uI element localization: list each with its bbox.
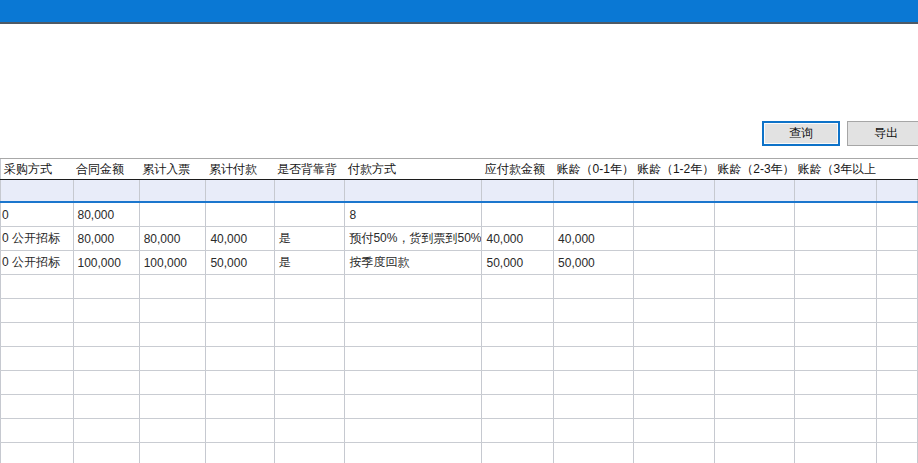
grid-cell[interactable] — [482, 323, 554, 347]
grid-cell[interactable] — [1, 443, 74, 463]
grid-cell[interactable] — [482, 395, 554, 419]
grid-cell[interactable] — [274, 202, 345, 227]
grid-cell[interactable] — [139, 347, 206, 371]
grid-cell[interactable] — [73, 395, 139, 419]
grid-cell[interactable] — [139, 323, 206, 347]
grid-cell[interactable] — [206, 275, 274, 299]
grid-cell[interactable] — [714, 395, 794, 419]
grid-cell[interactable] — [554, 443, 634, 463]
grid-cell[interactable] — [345, 395, 482, 419]
grid-cell[interactable] — [345, 419, 482, 443]
grid-header-cell[interactable]: 采购方式 — [1, 159, 74, 180]
grid-cell[interactable] — [795, 275, 877, 299]
grid-cell[interactable]: 是 — [274, 227, 345, 251]
grid-cell[interactable] — [1, 275, 74, 299]
grid-cell[interactable] — [345, 323, 482, 347]
grid-cell[interactable]: 80,000 — [139, 227, 206, 251]
grid-header-cell[interactable]: 累计入票 — [139, 159, 206, 180]
grid-cell[interactable] — [206, 323, 274, 347]
grid-cell[interactable] — [554, 202, 634, 227]
grid-cell[interactable] — [1, 347, 74, 371]
grid-cell[interactable]: 80,000 — [73, 227, 139, 251]
grid-cell[interactable] — [206, 202, 274, 227]
grid-cell[interactable] — [876, 180, 917, 203]
grid-cell[interactable] — [73, 299, 139, 323]
grid-cell[interactable] — [714, 227, 794, 251]
grid-cell[interactable] — [482, 347, 554, 371]
grid-cell[interactable]: 预付50%，货到票到50% — [345, 227, 482, 251]
grid-cell[interactable]: 40,000 — [482, 227, 554, 251]
grid-cell[interactable] — [139, 299, 206, 323]
grid-cell[interactable] — [634, 347, 714, 371]
grid-cell[interactable] — [876, 275, 917, 299]
grid-cell[interactable] — [714, 419, 794, 443]
grid-cell[interactable] — [795, 323, 877, 347]
window-titlebar[interactable] — [0, 0, 918, 22]
grid-cell[interactable]: 40,000 — [554, 227, 634, 251]
grid-cell[interactable] — [554, 275, 634, 299]
grid-cell[interactable] — [876, 347, 917, 371]
grid-cell[interactable] — [714, 202, 794, 227]
grid-cell[interactable] — [206, 180, 274, 203]
grid-cell[interactable] — [714, 347, 794, 371]
grid-cell[interactable] — [876, 323, 917, 347]
grid-cell[interactable] — [482, 275, 554, 299]
grid-header-cell[interactable]: 账龄（1-2年） — [634, 159, 714, 180]
grid-cell[interactable] — [876, 299, 917, 323]
grid-cell[interactable] — [139, 443, 206, 463]
grid-cell[interactable] — [139, 180, 206, 203]
query-button[interactable]: 查询 — [762, 121, 840, 146]
grid-cell[interactable] — [274, 275, 345, 299]
grid-cell[interactable]: 0 — [1, 202, 74, 227]
grid-cell[interactable] — [795, 180, 877, 203]
grid-cell[interactable] — [73, 275, 139, 299]
grid-header-cell[interactable]: 账龄（3年以上 — [795, 159, 877, 180]
grid-cell[interactable] — [482, 419, 554, 443]
grid-cell[interactable] — [554, 371, 634, 395]
grid-cell[interactable] — [795, 395, 877, 419]
grid-cell[interactable]: 100,000 — [139, 251, 206, 275]
grid-cell[interactable] — [274, 299, 345, 323]
grid-cell[interactable] — [345, 347, 482, 371]
grid-cell[interactable] — [1, 180, 74, 203]
grid-cell[interactable] — [795, 299, 877, 323]
grid-cell[interactable] — [345, 180, 482, 203]
grid-cell[interactable]: 80,000 — [73, 202, 139, 227]
grid-cell[interactable] — [634, 251, 714, 275]
grid-cell[interactable]: 100,000 — [73, 251, 139, 275]
grid-cell[interactable] — [482, 371, 554, 395]
grid-cell[interactable] — [714, 180, 794, 203]
grid-cell[interactable] — [795, 419, 877, 443]
grid-cell[interactable] — [634, 323, 714, 347]
grid-cell[interactable] — [345, 299, 482, 323]
grid-cell[interactable] — [554, 323, 634, 347]
grid-cell[interactable] — [876, 251, 917, 275]
grid-cell[interactable] — [345, 275, 482, 299]
grid-cell[interactable] — [554, 299, 634, 323]
grid-cell[interactable] — [634, 275, 714, 299]
grid-cell[interactable] — [554, 347, 634, 371]
grid-cell[interactable] — [73, 371, 139, 395]
grid-cell[interactable] — [73, 443, 139, 463]
grid-cell[interactable] — [714, 323, 794, 347]
grid-cell[interactable]: 40,000 — [206, 227, 274, 251]
grid-cell[interactable] — [876, 395, 917, 419]
grid-cell[interactable] — [1, 371, 74, 395]
grid-cell[interactable]: 50,000 — [206, 251, 274, 275]
grid-cell[interactable] — [1, 299, 74, 323]
grid-header-cell[interactable] — [876, 159, 917, 180]
grid-cell[interactable] — [274, 347, 345, 371]
grid-cell[interactable] — [634, 299, 714, 323]
grid-cell[interactable] — [554, 180, 634, 203]
grid-cell[interactable] — [634, 202, 714, 227]
grid-cell[interactable] — [795, 443, 877, 463]
grid-cell[interactable] — [714, 371, 794, 395]
grid-cell[interactable] — [73, 419, 139, 443]
grid-header-cell[interactable]: 累计付款 — [206, 159, 274, 180]
grid-header-cell[interactable]: 付款方式 — [345, 159, 482, 180]
grid-cell[interactable] — [795, 371, 877, 395]
grid-cell[interactable] — [274, 395, 345, 419]
grid-cell[interactable]: 0 公开招标 — [1, 227, 74, 251]
grid-cell[interactable] — [206, 395, 274, 419]
grid-cell[interactable] — [73, 347, 139, 371]
